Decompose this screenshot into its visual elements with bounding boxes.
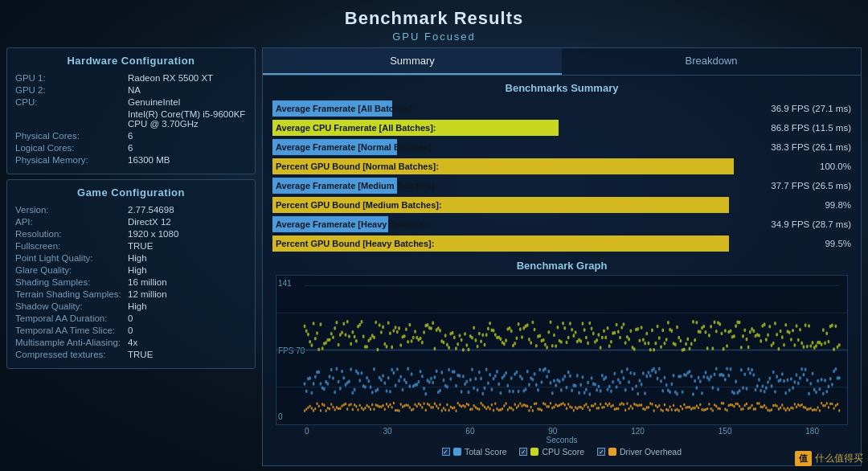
svg-point-630 [674,342,677,346]
svg-point-459 [572,334,575,338]
svg-point-596 [654,371,657,375]
svg-point-313 [485,408,487,411]
svg-point-780 [764,322,766,326]
svg-point-316 [487,405,489,408]
svg-point-122 [373,367,375,371]
svg-point-852 [806,345,809,349]
svg-point-189 [412,336,415,340]
gc-taa-slice-row: Temporal AA Time Slice: 0 [15,326,247,335]
tab-breakdown[interactable]: Breakdown [562,48,861,75]
svg-point-168 [399,343,402,347]
bench-bar-container-6: Average Framerate [Heavy Batches]: [272,216,734,232]
svg-point-146 [387,376,390,380]
svg-point-73 [343,403,345,407]
svg-point-850 [805,406,806,409]
svg-point-79 [346,408,348,411]
svg-point-847 [803,406,805,409]
svg-point-186 [411,339,413,343]
svg-point-264 [457,342,459,346]
svg-point-622 [669,405,670,408]
svg-point-840 [799,328,801,332]
hw-memory-value: 16300 MB [128,155,170,165]
svg-point-138 [382,326,384,330]
gc-plq-row: Point Light Quality: High [15,253,247,263]
svg-point-882 [824,342,826,346]
svg-point-271 [461,405,462,408]
svg-point-764 [755,388,757,392]
svg-point-69 [341,330,343,334]
hw-cpu-detail-row: Intel(R) Core(TM) i5-9600KF CPU @ 3.70GH… [15,109,247,129]
svg-point-799 [774,403,776,407]
bench-label-5: Percent GPU Bound [Medium Batches]: [276,200,442,210]
svg-point-287 [471,367,473,371]
svg-point-233 [439,389,441,393]
svg-point-225 [433,347,436,351]
hw-cpu-value: GenuineIntel [128,97,180,107]
svg-point-68 [341,370,343,374]
svg-point-545 [624,388,627,392]
svg-point-695 [714,373,716,377]
svg-point-802 [776,404,777,408]
svg-point-203 [421,375,424,379]
svg-point-676 [701,408,702,412]
svg-point-55 [332,406,334,409]
svg-point-443 [563,375,566,379]
svg-point-625 [671,408,673,412]
svg-point-797 [774,390,776,394]
svg-point-907 [838,409,840,412]
svg-point-598 [655,404,657,408]
svg-point-306 [481,334,484,338]
gc-shading-value: 16 million [128,277,167,287]
svg-point-841 [799,404,800,408]
svg-point-700 [715,404,717,408]
svg-point-587 [649,374,652,378]
svg-point-895 [831,403,833,406]
hw-log-cores-row: Logical Cores: 6 [15,143,247,153]
svg-point-556 [630,405,632,408]
svg-point-427 [553,405,555,408]
svg-point-345 [505,338,507,342]
svg-point-460 [573,409,575,412]
hw-gpu2-value: NA [128,85,141,95]
svg-point-771 [758,334,760,338]
svg-point-477 [583,328,586,332]
svg-point-31 [318,405,320,408]
svg-point-667 [696,404,698,408]
svg-point-190 [412,408,414,411]
tab-summary[interactable]: Summary [263,48,562,75]
svg-point-668 [698,376,700,380]
svg-point-12 [307,333,309,337]
svg-point-155 [392,371,395,375]
svg-point-671 [699,379,702,383]
svg-point-498 [596,338,598,342]
gc-api-value: DirectX 12 [128,217,171,227]
svg-point-679 [703,408,705,412]
svg-point-853 [806,408,808,412]
svg-point-581 [645,375,648,379]
svg-point-219 [430,326,432,330]
svg-point-145 [386,403,387,406]
svg-point-901 [835,404,837,408]
svg-point-276 [464,332,466,336]
svg-point-811 [781,403,783,407]
svg-point-249 [448,346,450,350]
svg-point-559 [632,407,633,410]
svg-point-126 [375,321,377,325]
svg-point-81 [348,334,350,338]
svg-point-696 [714,321,716,325]
svg-point-279 [465,343,468,347]
svg-point-655 [689,406,690,409]
svg-point-85 [350,403,352,406]
svg-point-361 [514,403,516,406]
svg-point-461 [575,384,577,388]
svg-point-543 [622,322,624,326]
svg-point-880 [822,404,824,408]
watermark-icon: 值 [795,451,812,466]
svg-point-723 [730,329,732,333]
svg-point-537 [619,336,621,340]
svg-point-464 [576,374,579,378]
svg-point-33 [320,322,322,326]
svg-point-251 [449,377,452,381]
svg-point-645 [683,347,686,351]
svg-point-115 [368,405,370,408]
